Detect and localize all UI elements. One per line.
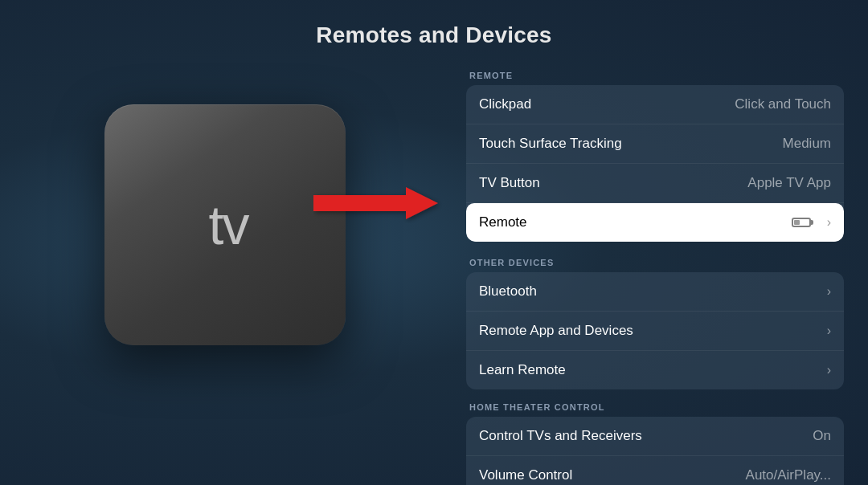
remote-item[interactable]: Remote ›	[466, 203, 844, 242]
volume-control-value: Auto/AirPlay...	[746, 467, 831, 483]
battery-fill	[794, 220, 800, 225]
settings-panel: REMOTE Clickpad Click and Touch Touch Su…	[466, 71, 844, 485]
clickpad-label: Clickpad	[479, 96, 531, 112]
home-theater-menu-group: Control TVs and Receivers On Volume Cont…	[466, 417, 844, 485]
learn-remote-label: Learn Remote	[479, 362, 566, 378]
remote-label: Remote	[479, 214, 527, 230]
tv-button-label: TV Button	[479, 175, 540, 191]
bluetooth-label: Bluetooth	[479, 283, 537, 300]
control-tvs-value: On	[813, 428, 831, 444]
bluetooth-chevron-icon: ›	[827, 284, 831, 299]
remote-right: ›	[792, 215, 831, 230]
page-title: Remotes and Devices	[0, 22, 868, 48]
other-devices-section-label: OTHER DEVICES	[466, 258, 844, 267]
touch-surface-label: Touch Surface Tracking	[479, 136, 622, 152]
control-tvs-item[interactable]: Control TVs and Receivers On	[466, 417, 844, 456]
volume-control-label: Volume Control	[479, 467, 572, 483]
bluetooth-item[interactable]: Bluetooth ›	[466, 272, 844, 312]
clickpad-value: Click and Touch	[735, 96, 831, 112]
touch-surface-value: Medium	[783, 136, 831, 152]
tv-button-value: Apple TV App	[747, 175, 831, 191]
apple-tv-box: tv	[104, 104, 346, 345]
remote-section-label: REMOTE	[466, 71, 844, 80]
tv-button-item[interactable]: TV Button Apple TV App	[466, 164, 844, 203]
remote-app-label: Remote App and Devices	[479, 323, 633, 339]
battery-icon	[792, 218, 811, 227]
learn-remote-chevron-icon: ›	[827, 363, 831, 377]
touch-surface-item[interactable]: Touch Surface Tracking Medium	[466, 124, 844, 164]
tv-label: tv	[209, 194, 248, 256]
remote-chevron-icon: ›	[827, 215, 831, 230]
remote-app-item[interactable]: Remote App and Devices ›	[466, 312, 844, 351]
remote-app-chevron-icon: ›	[827, 324, 831, 338]
remote-menu-group: Clickpad Click and Touch Touch Surface T…	[466, 85, 844, 242]
home-theater-section-label: HOME THEATER CONTROL	[466, 402, 844, 412]
learn-remote-item[interactable]: Learn Remote ›	[466, 351, 844, 389]
battery-body	[792, 218, 811, 227]
arrow-indicator	[313, 183, 442, 223]
other-devices-menu-group: Bluetooth › Remote App and Devices › Lea…	[466, 272, 844, 389]
svg-marker-0	[313, 187, 438, 219]
volume-control-item[interactable]: Volume Control Auto/AirPlay...	[466, 456, 844, 485]
clickpad-item[interactable]: Clickpad Click and Touch	[466, 85, 844, 124]
control-tvs-label: Control TVs and Receivers	[479, 428, 642, 444]
red-arrow-icon	[313, 183, 442, 223]
device-image: tv	[72, 72, 378, 377]
apple-tv-logo: tv	[203, 194, 248, 256]
